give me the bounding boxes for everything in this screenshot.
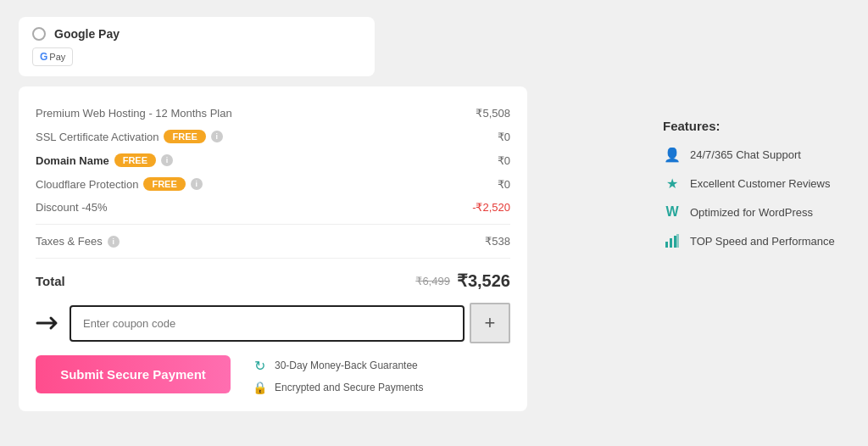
feature-speed: TOP Speed and Performance — [663, 231, 849, 250]
svg-rect-0 — [665, 242, 668, 248]
total-prices: ₹6,499 ₹3,526 — [415, 270, 510, 291]
cloudflare-info-icon[interactable]: i — [191, 178, 203, 190]
arrow-indicator — [36, 313, 63, 333]
domain-row: Domain Name FREE i ₹0 — [36, 148, 510, 172]
cloudflare-row: Cloudflare Protection FREE i ₹0 — [36, 172, 510, 196]
google-pay-row: Google Pay — [32, 27, 361, 41]
person-icon: 👤 — [663, 145, 682, 164]
ssl-info-icon[interactable]: i — [211, 131, 223, 142]
svg-rect-1 — [670, 238, 672, 248]
cloudflare-price: ₹0 — [498, 178, 510, 191]
secure-icon: 🔒 — [251, 379, 268, 396]
google-pay-radio[interactable] — [32, 27, 46, 41]
coupon-input[interactable] — [70, 305, 465, 342]
coupon-row: + — [36, 303, 510, 343]
star-icon: ★ — [663, 174, 682, 192]
domain-label-text: Domain Name — [36, 154, 109, 167]
feature-wp-text: Optimized for WordPress — [690, 206, 813, 219]
plan-row: Premium Web Hosting - 12 Months Plan ₹5,… — [36, 102, 510, 125]
feature-chat-support: 👤 24/7/365 Chat Support — [663, 145, 849, 164]
ssl-label-group: SSL Certificate Activation FREE i — [36, 130, 223, 143]
discount-label: Discount -45% — [36, 201, 108, 214]
plan-price: ₹5,508 — [476, 107, 510, 120]
taxes-info-icon[interactable]: i — [108, 236, 120, 248]
discount-value: -₹2,520 — [472, 201, 510, 214]
gpay-g: G — [40, 51, 47, 63]
svg-rect-3 — [676, 234, 679, 248]
original-price: ₹6,499 — [415, 275, 450, 287]
final-price: ₹3,526 — [457, 270, 510, 291]
moneyback-text: 30-Day Money-Back Guarantee — [275, 360, 418, 371]
feature-speed-text: TOP Speed and Performance — [690, 235, 835, 248]
discount-row: Discount -45% -₹2,520 — [36, 196, 510, 219]
ssl-label-text: SSL Certificate Activation — [36, 131, 159, 143]
cloudflare-label-text: Cloudflare Protection — [36, 178, 138, 191]
domain-label-group: Domain Name FREE i — [36, 153, 173, 167]
domain-price: ₹0 — [498, 154, 510, 167]
domain-info-icon[interactable]: i — [161, 154, 173, 166]
ssl-price: ₹0 — [498, 131, 510, 143]
taxes-label-group: Taxes & Fees i — [36, 235, 120, 248]
feature-wordpress: W Optimized for WordPress — [663, 203, 849, 221]
guarantee-moneyback: ↻ 30-Day Money-Back Guarantee — [251, 357, 423, 374]
google-pay-label: Google Pay — [54, 27, 120, 41]
gpay-logo-wrapper: GPay — [32, 47, 361, 66]
svg-rect-2 — [674, 236, 676, 248]
order-card: Premium Web Hosting - 12 Months Plan ₹5,… — [19, 86, 527, 411]
guarantee-secure: 🔒 Encrypted and Secure Payments — [251, 379, 423, 396]
total-label: Total — [36, 274, 65, 288]
feature-chat-text: 24/7/365 Chat Support — [690, 148, 801, 161]
cloudflare-label-group: Cloudflare Protection FREE i — [36, 177, 203, 191]
main-content: Google Pay GPay Premium Web Hosting - 12… — [19, 17, 637, 411]
ssl-free-badge: FREE — [164, 130, 205, 143]
ssl-row: SSL Certificate Activation FREE i ₹0 — [36, 125, 510, 148]
gpay-pay: Pay — [49, 52, 65, 62]
features-sidebar: Features: 👤 24/7/365 Chat Support ★ Exce… — [663, 17, 849, 411]
speed-icon — [663, 231, 682, 250]
divider-2 — [36, 258, 510, 259]
feature-reviews-text: Excellent Customer Reviews — [690, 177, 830, 190]
features-title: Features: — [663, 119, 849, 133]
coupon-add-button[interactable]: + — [470, 303, 510, 343]
divider-1 — [36, 224, 510, 225]
domain-free-badge: FREE — [114, 153, 156, 167]
taxes-price: ₹538 — [485, 235, 510, 248]
plan-label: Premium Web Hosting - 12 Months Plan — [36, 107, 232, 120]
feature-customer-reviews: ★ Excellent Customer Reviews — [663, 174, 849, 192]
moneyback-icon: ↻ — [251, 357, 268, 374]
cloudflare-free-badge: FREE — [143, 177, 185, 191]
bottom-action-row: Submit Secure Payment ↻ 30-Day Money-Bac… — [36, 355, 510, 396]
total-row: Total ₹6,499 ₹3,526 — [36, 264, 510, 294]
guarantees-row: ↻ 30-Day Money-Back Guarantee 🔒 Encrypte… — [251, 357, 423, 396]
google-pay-section: Google Pay GPay — [19, 17, 375, 76]
taxes-row: Taxes & Fees i ₹538 — [36, 230, 510, 253]
secure-text: Encrypted and Secure Payments — [275, 382, 423, 393]
page-wrapper: Google Pay GPay Premium Web Hosting - 12… — [19, 8, 849, 411]
wordpress-icon: W — [663, 203, 682, 221]
gpay-logo: GPay — [32, 47, 73, 66]
submit-payment-button[interactable]: Submit Secure Payment — [36, 355, 231, 393]
taxes-label-text: Taxes & Fees — [36, 235, 103, 248]
